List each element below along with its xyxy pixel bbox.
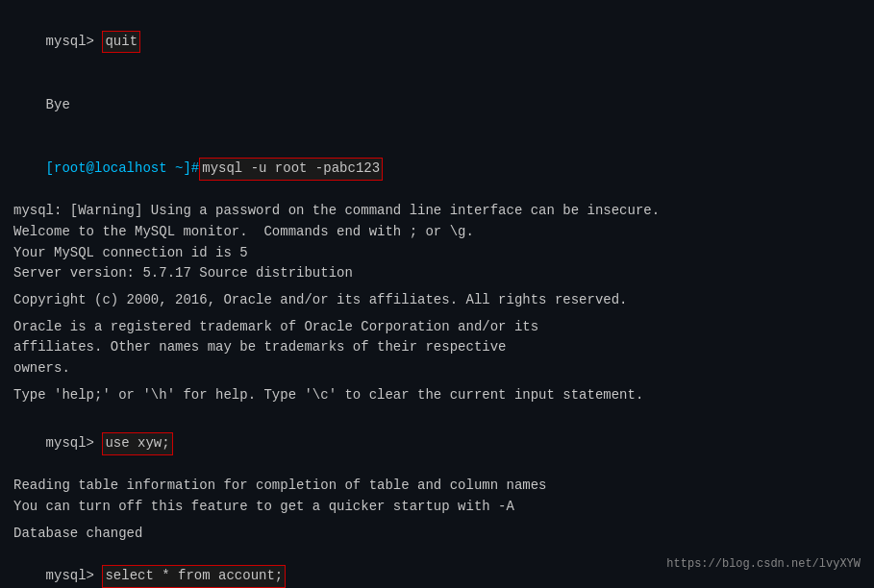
line-oracle2: affiliates. Other names may be trademark… — [13, 337, 861, 358]
line-turnoff: You can turn off this feature to get a q… — [13, 497, 861, 518]
line-version: Server version: 5.7.17 Source distributi… — [13, 263, 861, 284]
cmd-mysql-login: mysql -u root -pabc123 — [199, 158, 383, 181]
cmd-usexyw: use xyw; — [102, 432, 172, 455]
line-dbchanged: Database changed — [13, 524, 861, 545]
line-usexyw: mysql> use xyw; — [13, 411, 861, 476]
line-oracle3: owners. — [13, 358, 861, 380]
root-prompt: [root@localhost ~]# — [46, 160, 200, 176]
mysql-prompt-3: mysql> — [46, 568, 103, 583]
mysql-prompt-2: mysql> — [46, 435, 103, 451]
line-typehelp: Type 'help;' or '\h' for help. Type '\c'… — [13, 385, 861, 406]
line-reading: Reading table information for completion… — [13, 476, 861, 497]
blog-link: https://blog.csdn.net/lvyXYW — [666, 557, 861, 571]
line-copyright: Copyright (c) 2000, 2016, Oracle and/or … — [13, 290, 861, 311]
line-bye: Bye — [13, 74, 861, 136]
cmd-quit: quit — [102, 31, 140, 54]
line-oracle1: Oracle is a registered trademark of Orac… — [13, 317, 861, 338]
terminal: mysql> quit Bye [root@localhost ~]#mysql… — [0, 0, 874, 588]
mysql-prompt: mysql> — [46, 34, 103, 49]
line-connid: Your MySQL connection id is 5 — [13, 243, 861, 264]
line-welcome: Welcome to the MySQL monitor. Commands e… — [13, 222, 861, 243]
cmd-select: select * from account; — [102, 565, 286, 588]
line-warning: mysql: [Warning] Using a password on the… — [13, 201, 861, 222]
line-root-login: [root@localhost ~]#mysql -u root -pabc12… — [13, 136, 861, 201]
line-quit: mysql> quit — [13, 10, 861, 74]
